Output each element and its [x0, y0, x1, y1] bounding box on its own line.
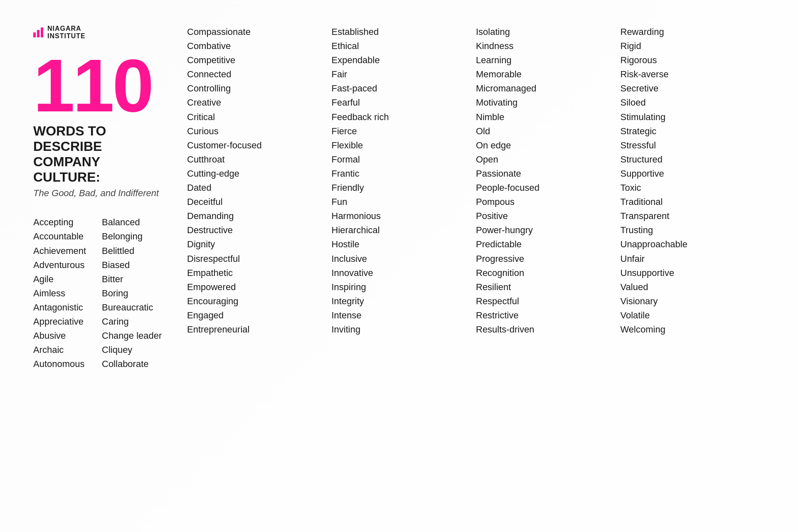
list-item: Siloed — [621, 96, 765, 110]
list-item: Welcoming — [621, 323, 765, 337]
list-item: Passionate — [476, 167, 621, 181]
list-item: Unapproachable — [621, 237, 765, 251]
list-item: Connected — [187, 67, 332, 81]
list-item: Appreciative — [33, 315, 102, 329]
list-item: Antagonistic — [33, 300, 102, 315]
list-item: Valued — [621, 280, 765, 294]
list-item: Nimble — [476, 110, 621, 124]
list-item: Hostile — [332, 237, 476, 251]
list-item: Cutting-edge — [187, 167, 332, 181]
list-item: Transparent — [621, 209, 765, 223]
list-item: Empathetic — [187, 266, 332, 280]
logo-bar-3 — [41, 27, 43, 37]
word-col-f: RewardingRigidRigorousRisk-averseSecreti… — [621, 25, 765, 515]
logo-line2: INSTITUTE — [47, 32, 86, 40]
list-item: Secretive — [621, 81, 765, 96]
list-item: Disrespectful — [187, 252, 332, 266]
list-item: Fair — [332, 67, 476, 81]
list-item: Harmonious — [332, 209, 476, 223]
list-item: Formal — [332, 153, 476, 167]
list-item: Results-driven — [476, 323, 621, 337]
word-col-a: AcceptingAccountableAchievementAdventuro… — [33, 215, 102, 371]
logo-icon — [33, 27, 43, 37]
list-item: Learning — [476, 53, 621, 67]
list-item: Dignity — [187, 237, 332, 251]
list-item: Engaged — [187, 308, 332, 323]
list-item: Feedback rich — [332, 110, 476, 124]
list-item: Hierarchical — [332, 223, 476, 237]
list-item: Fun — [332, 195, 476, 209]
list-item: Agile — [33, 272, 102, 286]
list-item: Unsupportive — [621, 266, 765, 280]
logo-line1: NIAGARA — [47, 25, 86, 32]
list-item: Intense — [332, 308, 476, 323]
list-item: Recognition — [476, 266, 621, 280]
list-item: Pompous — [476, 195, 621, 209]
list-item: Compassionate — [187, 25, 332, 39]
list-item: Strategic — [621, 124, 765, 138]
list-item: Achievement — [33, 244, 102, 258]
list-item: Customer-focused — [187, 138, 332, 153]
list-item: Respectful — [476, 294, 621, 308]
list-item: Critical — [187, 110, 332, 124]
list-item: Cliquey — [102, 343, 170, 357]
list-item: Destructive — [187, 223, 332, 237]
list-item: Ethical — [332, 39, 476, 53]
logo: NIAGARA INSTITUTE — [33, 25, 170, 39]
list-item: Stressful — [621, 138, 765, 153]
word-col-b: BalancedBelongingBelittledBiasedBitterBo… — [102, 215, 170, 371]
logo-bar-1 — [33, 32, 36, 37]
list-item: Micromanaged — [476, 81, 621, 96]
list-item: Open — [476, 153, 621, 167]
list-item: Balanced — [102, 215, 170, 229]
list-item: Caring — [102, 315, 170, 329]
logo-text: NIAGARA INSTITUTE — [47, 25, 86, 39]
word-col-c: CompassionateCombativeCompetitiveConnect… — [187, 25, 332, 515]
list-item: Predictable — [476, 237, 621, 251]
list-item: Kindness — [476, 39, 621, 53]
list-item: Rigid — [621, 39, 765, 53]
list-item: Memorable — [476, 67, 621, 81]
list-item: Stimulating — [621, 110, 765, 124]
list-item: Curious — [187, 124, 332, 138]
list-item: Rigorous — [621, 53, 765, 67]
list-item: Toxic — [621, 181, 765, 195]
list-item: Isolating — [476, 25, 621, 39]
list-item: Old — [476, 124, 621, 138]
list-item: Inclusive — [332, 252, 476, 266]
list-item: Biased — [102, 258, 170, 272]
list-item: Flexible — [332, 138, 476, 153]
list-item: Bitter — [102, 272, 170, 286]
list-item: Combative — [187, 39, 332, 53]
list-item: Belittled — [102, 244, 170, 258]
list-item: Innovative — [332, 266, 476, 280]
list-item: Inspiring — [332, 280, 476, 294]
list-item: Established — [332, 25, 476, 39]
list-item: Dated — [187, 181, 332, 195]
subheadline: The Good, Bad, and Indifferent — [33, 188, 170, 199]
list-item: Expendable — [332, 53, 476, 67]
list-item: Aimless — [33, 286, 102, 300]
list-item: Trusting — [621, 223, 765, 237]
list-item: Demanding — [187, 209, 332, 223]
list-item: Deceitful — [187, 195, 332, 209]
list-item: Fierce — [332, 124, 476, 138]
list-item: Inviting — [332, 323, 476, 337]
list-item: On edge — [476, 138, 621, 153]
main-content: NIAGARA INSTITUTE 110 WORDS TO DESCRIBEC… — [0, 0, 798, 532]
list-item: Belonging — [102, 229, 170, 244]
list-item: Fast-paced — [332, 81, 476, 96]
list-item: Rewarding — [621, 25, 765, 39]
list-item: Entrepreneurial — [187, 323, 332, 337]
list-item: Collaborate — [102, 357, 170, 371]
list-item: Bureaucratic — [102, 300, 170, 315]
list-item: Friendly — [332, 181, 476, 195]
list-item: Structured — [621, 153, 765, 167]
list-item: Risk-averse — [621, 67, 765, 81]
list-item: Integrity — [332, 294, 476, 308]
list-item: Archaic — [33, 343, 102, 357]
list-item: Accountable — [33, 229, 102, 244]
list-item: Unfair — [621, 252, 765, 266]
list-item: Restrictive — [476, 308, 621, 323]
list-item: Change leader — [102, 329, 170, 343]
